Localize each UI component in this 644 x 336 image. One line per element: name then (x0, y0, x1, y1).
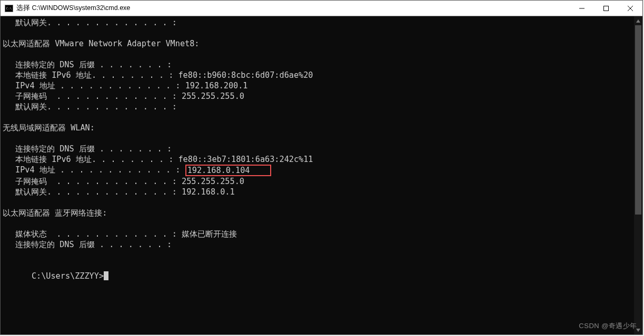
kv-dots: . . . . . . . . . . . . (60, 80, 171, 91)
blank-line (3, 112, 642, 123)
blank-line (3, 250, 642, 260)
top-gateway-line: 默认网关 . . . . . . . . . . . . . : (3, 17, 642, 28)
wlan-subnet: 子网掩码 . . . . . . . . . . . . : 255.255.2… (3, 176, 642, 187)
vertical-scrollbar[interactable] (634, 16, 642, 334)
kv-dots: . . . . . . . (100, 144, 162, 154)
kv-sep: : (162, 239, 176, 250)
kv-dots: . . . . . . . . . . . . (56, 229, 167, 239)
kv-label: 连接特定的 DNS 后缀 (15, 59, 100, 70)
terminal-area[interactable]: 默认网关 . . . . . . . . . . . . . : 以太网适配器 … (1, 16, 642, 334)
kv-value: 192.168.0.1 (182, 187, 235, 197)
scroll-up-button[interactable] (634, 16, 642, 25)
vmnet8-dns-suffix: 连接特定的 DNS 后缀 . . . . . . . : (3, 59, 642, 70)
kv-value: fe80::3eb7:1801:6a63:242c%11 (178, 154, 313, 165)
wlan-gateway: 默认网关 . . . . . . . . . . . . . : 192.168… (3, 187, 642, 197)
maximize-button[interactable] (594, 1, 618, 16)
close-icon (628, 6, 633, 11)
vmnet8-ipv6: 本地链接 IPv6 地址 . . . . . . . . : fe80::b96… (3, 70, 642, 80)
svg-marker-4 (636, 19, 640, 23)
wlan-ipv4: IPv4 地址 . . . . . . . . . . . . : 192.16… (3, 165, 642, 176)
prompt-text: C:\Users\ZZZYY> (32, 271, 104, 281)
kv-label: 子网掩码 (15, 176, 56, 187)
kv-dots: . . . . . . . . . . . . (56, 176, 167, 187)
bt-dns-suffix: 连接特定的 DNS 后缀 . . . . . . . : (3, 239, 642, 250)
bt-media-state: 媒体状态 . . . . . . . . . . . . : 媒体已断开连接 (3, 229, 642, 239)
kv-sep: : (167, 176, 182, 187)
chevron-up-icon (636, 19, 640, 23)
kv-label: 子网掩码 (15, 91, 56, 101)
blank-line (3, 49, 642, 59)
adapter-wlan-header: 无线局域网适配器 WLAN: (3, 123, 642, 133)
vmnet8-ipv4: IPv4 地址 . . . . . . . . . . . . : 192.16… (3, 80, 642, 91)
wlan-ipv6: 本地链接 IPv6 地址 . . . . . . . . : fe80::3eb… (3, 154, 642, 165)
close-button[interactable] (618, 1, 642, 16)
kv-value: 192.168.0.104 (187, 166, 250, 175)
blank-line (3, 28, 642, 38)
kv-label: 默认网关 (15, 101, 47, 112)
vmnet8-gateway: 默认网关 . . . . . . . . . . . . . : (3, 101, 642, 112)
kv-sep: : (171, 165, 185, 176)
kv-sep: : (162, 59, 176, 70)
scroll-thumb[interactable] (635, 25, 641, 215)
kv-label: 本地链接 IPv6 地址 (15, 154, 92, 165)
minimize-icon (579, 6, 584, 11)
titlebar[interactable]: 选择 C:\WINDOWS\system32\cmd.exe (1, 1, 642, 16)
cursor-icon (104, 271, 108, 280)
svg-rect-1 (604, 6, 609, 11)
adapter-bt-header: 以太网适配器 蓝牙网络连接: (3, 208, 642, 218)
kv-sep: : (164, 70, 178, 80)
kv-sep: : (162, 144, 176, 154)
blank-line (3, 197, 642, 208)
kv-label: IPv4 地址 (15, 80, 60, 91)
kv-sep: : (167, 187, 182, 197)
kv-label: 媒体状态 (15, 229, 56, 239)
kv-dots: . . . . . . . (100, 239, 162, 250)
kv-label: 默认网关 (15, 17, 47, 28)
adapter-vmnet8-header: 以太网适配器 VMware Network Adapter VMnet8: (3, 38, 642, 49)
window-title: 选择 C:\WINDOWS\system32\cmd.exe (16, 4, 130, 13)
vmnet8-subnet: 子网掩码 . . . . . . . . . . . . : 255.255.2… (3, 91, 642, 101)
kv-dots: . . . . . . . . (92, 154, 164, 165)
kv-value: 媒体已断开连接 (182, 229, 237, 239)
wlan-dns-suffix: 连接特定的 DNS 后缀 . . . . . . . : (3, 144, 642, 154)
kv-sep: : (167, 229, 182, 239)
prompt-line: C:\Users\ZZZYY> (3, 260, 642, 292)
highlighted-ip: 192.168.0.104 (185, 165, 271, 176)
kv-dots: . . . . . . . . . . . . (56, 91, 167, 101)
kv-label: 连接特定的 DNS 后缀 (15, 144, 100, 154)
kv-label: 连接特定的 DNS 后缀 (15, 239, 100, 250)
kv-sep: : (167, 101, 182, 112)
kv-label: IPv4 地址 (15, 165, 60, 176)
blank-line (3, 218, 642, 229)
cmd-icon (5, 5, 13, 12)
kv-value: 255.255.255.0 (182, 91, 244, 101)
kv-label: 默认网关 (15, 187, 47, 197)
minimize-button[interactable] (570, 1, 594, 16)
kv-dots: . . . . . . . . . . . . (60, 165, 171, 176)
kv-sep: : (164, 154, 178, 165)
blank-line (3, 133, 642, 144)
kv-value: 192.168.200.1 (185, 80, 248, 91)
kv-value: fe80::b960:8cbc:6d07:d6ae%20 (178, 70, 313, 80)
kv-sep: : (167, 17, 182, 28)
kv-dots: . . . . . . . (100, 59, 162, 70)
cmd-window: 选择 C:\WINDOWS\system32\cmd.exe 默认网关 . . … (0, 0, 643, 335)
kv-sep: : (171, 80, 185, 91)
kv-dots: . . . . . . . . (92, 70, 164, 80)
maximize-icon (603, 6, 609, 11)
kv-dots: . . . . . . . . . . . . . (47, 101, 167, 112)
watermark-text: CSDN @奇遇少年 (579, 321, 637, 331)
kv-value: 255.255.255.0 (182, 176, 244, 187)
window-controls (570, 1, 642, 16)
kv-sep: : (167, 91, 182, 101)
kv-label: 本地链接 IPv6 地址 (15, 70, 92, 80)
kv-dots: . . . . . . . . . . . . . (47, 17, 167, 28)
kv-dots: . . . . . . . . . . . . . (47, 187, 167, 197)
